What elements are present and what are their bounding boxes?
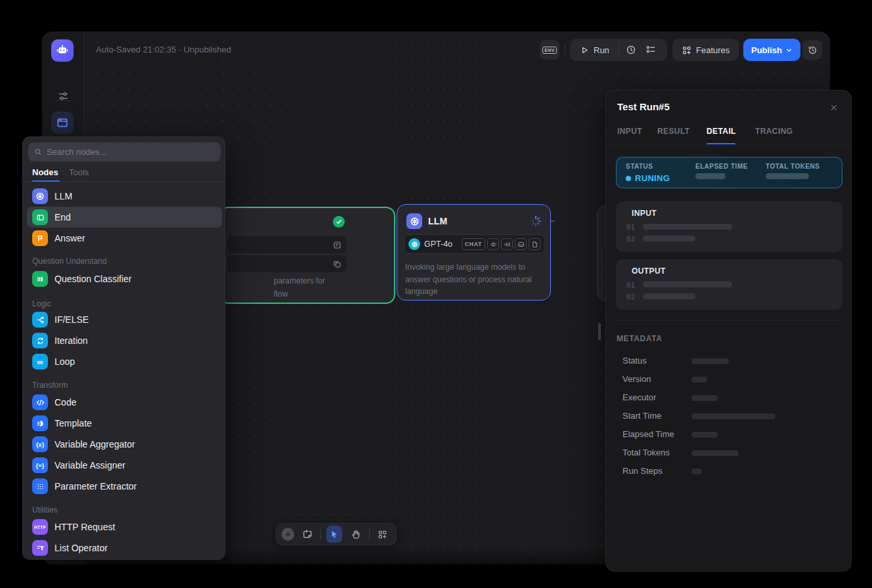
publish-button[interactable]: Publish bbox=[743, 39, 800, 61]
audio-capability-icon bbox=[501, 238, 513, 250]
node-picker-panel: Nodes Tools LLM End Answer Question Unde… bbox=[22, 136, 225, 560]
http-request-icon: HTTP bbox=[32, 519, 48, 535]
node-item-code[interactable]: Code bbox=[27, 392, 222, 413]
panel-resize-handle[interactable] bbox=[598, 323, 601, 340]
loading-skeleton bbox=[691, 358, 729, 364]
status-column-label: STATUS bbox=[626, 163, 670, 170]
loading-spinner-icon bbox=[530, 215, 542, 227]
node-item-answer[interactable]: Answer bbox=[27, 228, 222, 249]
metadata-label: Total Tokens bbox=[622, 448, 670, 457]
success-check-icon bbox=[333, 216, 345, 228]
node-item-label: Parameter Extractor bbox=[54, 481, 137, 492]
loading-skeleton bbox=[691, 395, 718, 401]
app-avatar-robot-icon[interactable] bbox=[51, 39, 74, 62]
variable-assigner-icon: {=} bbox=[32, 457, 48, 473]
section-transform: Transform bbox=[32, 381, 68, 390]
run-button[interactable]: Run bbox=[580, 45, 609, 55]
loading-skeleton bbox=[643, 282, 732, 287]
variable-aggregator-icon: {x} bbox=[32, 436, 48, 452]
node-item-ifelse[interactable]: IF/ELSE bbox=[27, 309, 222, 330]
node-item-list-operator[interactable]: List Operator bbox=[27, 537, 222, 558]
model-selector[interactable]: GPT-4o CHAT bbox=[404, 234, 545, 254]
iteration-icon bbox=[32, 333, 48, 348]
tab-result[interactable]: RESULT bbox=[657, 127, 690, 136]
close-icon[interactable] bbox=[827, 101, 840, 114]
env-variables-button[interactable]: ENV bbox=[540, 40, 559, 60]
organize-nodes-button[interactable] bbox=[375, 526, 391, 543]
autosave-status: Auto-Saved 21:02:35 · Unpublished bbox=[96, 45, 231, 54]
start-node-description: parameters for bbox=[274, 276, 325, 285]
line-number: 01 bbox=[626, 223, 635, 232]
version-history-button[interactable] bbox=[802, 40, 822, 60]
tab-nodes[interactable]: Nodes bbox=[32, 167, 58, 177]
metadata-label: Status bbox=[622, 356, 647, 366]
loading-skeleton bbox=[766, 173, 809, 179]
parameter-extractor-icon bbox=[32, 478, 48, 494]
play-icon bbox=[580, 46, 589, 54]
features-label: Features bbox=[696, 45, 730, 55]
tab-detail[interactable]: DETAIL bbox=[707, 127, 736, 136]
llm-icon bbox=[32, 188, 48, 204]
question-classifier-icon bbox=[32, 271, 48, 287]
node-search-input[interactable] bbox=[47, 147, 215, 157]
ifelse-icon bbox=[32, 312, 48, 327]
hand-tool-button[interactable] bbox=[347, 526, 363, 543]
answer-icon bbox=[32, 230, 48, 246]
start-variable-row[interactable] bbox=[227, 236, 347, 253]
start-node[interactable]: parameters for flow bbox=[219, 207, 395, 304]
node-item-loop[interactable]: ∞ Loop bbox=[27, 351, 222, 372]
node-search-field[interactable] bbox=[28, 142, 221, 161]
code-icon bbox=[32, 394, 48, 410]
image-capability-icon bbox=[515, 238, 527, 250]
features-button[interactable]: Features bbox=[672, 39, 739, 61]
vision-capability-icon bbox=[487, 238, 499, 250]
tab-input[interactable]: INPUT bbox=[617, 127, 642, 136]
node-item-template[interactable]: Template bbox=[27, 413, 222, 434]
publish-label: Publish bbox=[751, 45, 782, 55]
status-dot-icon bbox=[626, 176, 631, 181]
tab-tracing[interactable]: TRACING bbox=[755, 127, 793, 136]
node-item-iteration[interactable]: Iteration bbox=[27, 330, 222, 351]
llm-node-icon bbox=[406, 213, 422, 229]
checklist-icon[interactable] bbox=[645, 45, 656, 55]
llm-node[interactable]: LLM bbox=[397, 204, 551, 301]
node-item-end[interactable]: End bbox=[27, 207, 222, 228]
panel-divider bbox=[616, 320, 842, 321]
node-item-variable-assigner[interactable]: {=} Variable Assigner bbox=[27, 455, 222, 476]
loading-skeleton bbox=[643, 236, 695, 242]
loading-skeleton bbox=[691, 377, 707, 383]
end-icon bbox=[32, 209, 48, 225]
node-item-llm[interactable]: LLM bbox=[27, 186, 222, 207]
section-logic: Logic bbox=[32, 299, 51, 308]
metadata-label: Executor bbox=[622, 392, 656, 402]
node-item-http-request[interactable]: HTTP HTTP Request bbox=[27, 516, 222, 537]
llm-node-description: Invoking large language models to answer… bbox=[405, 261, 544, 298]
add-note-button[interactable] bbox=[299, 526, 315, 543]
node-item-label: List Operator bbox=[54, 543, 108, 553]
text-field-icon bbox=[333, 241, 341, 249]
node-item-label: HTTP Request bbox=[54, 522, 115, 532]
node-item-question-classifier[interactable]: Question Classifier bbox=[27, 268, 222, 289]
run-status-card: STATUS RUNING ELAPSED TIME TOTAL TOKENS bbox=[616, 157, 842, 188]
line-number: 01 bbox=[626, 281, 635, 289]
pointer-tool-button[interactable] bbox=[326, 526, 342, 543]
node-item-variable-aggregator[interactable]: {x} Variable Aggregator bbox=[27, 434, 222, 455]
metadata-label: Version bbox=[622, 374, 651, 384]
input-card: INPUT 01 02 bbox=[616, 201, 842, 252]
preview-window-button[interactable] bbox=[51, 112, 74, 134]
node-item-label: Question Classifier bbox=[54, 274, 132, 284]
add-node-button[interactable] bbox=[282, 528, 294, 541]
tab-tools[interactable]: Tools bbox=[69, 167, 89, 177]
section-utilities: Utilities bbox=[32, 505, 58, 514]
features-icon bbox=[682, 45, 691, 55]
section-question-understand: Question Understand bbox=[32, 257, 106, 266]
run-history-clock-icon[interactable] bbox=[626, 45, 636, 55]
output-card: OUTPUT 01 02 bbox=[616, 259, 842, 310]
start-node-description: flow bbox=[274, 289, 288, 299]
status-value: RUNING bbox=[635, 173, 670, 183]
tabbar-divider bbox=[606, 145, 851, 146]
loading-skeleton bbox=[691, 432, 718, 438]
start-variable-row[interactable] bbox=[227, 255, 347, 272]
input-card-title: INPUT bbox=[632, 209, 657, 218]
node-item-parameter-extractor[interactable]: Parameter Extractor bbox=[27, 476, 222, 497]
